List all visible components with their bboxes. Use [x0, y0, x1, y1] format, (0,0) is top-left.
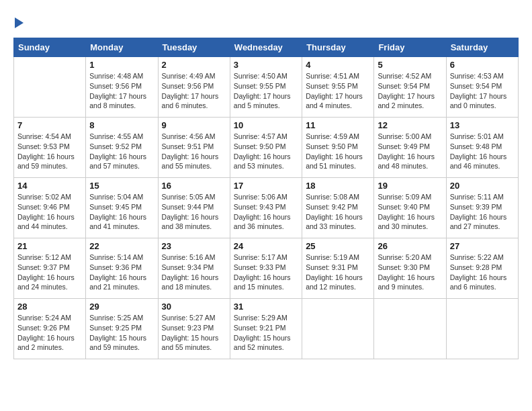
- calendar-cell: 11Sunrise: 4:59 AM Sunset: 9:50 PM Dayli…: [302, 118, 374, 178]
- calendar-cell: [302, 299, 374, 359]
- day-number: 20: [450, 181, 515, 191]
- day-number: 3: [234, 60, 298, 70]
- day-info: Sunrise: 5:00 AM Sunset: 9:49 PM Dayligh…: [378, 132, 442, 171]
- logo: [13, 13, 24, 31]
- day-number: 2: [162, 60, 226, 70]
- day-info: Sunrise: 4:51 AM Sunset: 9:55 PM Dayligh…: [306, 71, 370, 111]
- calendar-cell: [374, 299, 446, 359]
- calendar-cell: 1Sunrise: 4:48 AM Sunset: 9:56 PM Daylig…: [86, 57, 158, 118]
- calendar-cell: 28Sunrise: 5:24 AM Sunset: 9:26 PM Dayli…: [14, 299, 86, 359]
- calendar-cell: 14Sunrise: 5:02 AM Sunset: 9:46 PM Dayli…: [14, 178, 86, 238]
- weekday-header-saturday: Saturday: [446, 38, 518, 57]
- calendar-cell: 5Sunrise: 4:52 AM Sunset: 9:54 PM Daylig…: [374, 57, 446, 118]
- week-row-3: 14Sunrise: 5:02 AM Sunset: 9:46 PM Dayli…: [14, 178, 519, 238]
- day-info: Sunrise: 5:20 AM Sunset: 9:30 PM Dayligh…: [378, 253, 442, 292]
- calendar-cell: 30Sunrise: 5:27 AM Sunset: 9:23 PM Dayli…: [158, 299, 230, 359]
- day-number: 1: [89, 60, 154, 70]
- day-number: 12: [378, 120, 442, 130]
- day-number: 28: [17, 302, 82, 312]
- day-info: Sunrise: 4:59 AM Sunset: 9:50 PM Dayligh…: [306, 132, 370, 171]
- calendar-cell: 17Sunrise: 5:06 AM Sunset: 9:43 PM Dayli…: [230, 178, 302, 238]
- day-number: 19: [378, 181, 442, 191]
- day-info: Sunrise: 5:12 AM Sunset: 9:37 PM Dayligh…: [17, 253, 82, 292]
- calendar-cell: 23Sunrise: 5:16 AM Sunset: 9:34 PM Dayli…: [158, 238, 230, 299]
- calendar-cell: 21Sunrise: 5:12 AM Sunset: 9:37 PM Dayli…: [14, 238, 86, 299]
- day-info: Sunrise: 4:56 AM Sunset: 9:51 PM Dayligh…: [162, 132, 226, 171]
- calendar-cell: 16Sunrise: 5:05 AM Sunset: 9:44 PM Dayli…: [158, 178, 230, 238]
- calendar-cell: 26Sunrise: 5:20 AM Sunset: 9:30 PM Dayli…: [374, 238, 446, 299]
- day-info: Sunrise: 4:49 AM Sunset: 9:56 PM Dayligh…: [162, 71, 226, 111]
- calendar-cell: 29Sunrise: 5:25 AM Sunset: 9:25 PM Dayli…: [86, 299, 158, 359]
- weekday-header-friday: Friday: [374, 38, 446, 57]
- calendar-cell: 18Sunrise: 5:08 AM Sunset: 9:42 PM Dayli…: [302, 178, 374, 238]
- logo-general: [13, 13, 24, 31]
- calendar-cell: 6Sunrise: 4:53 AM Sunset: 9:54 PM Daylig…: [446, 57, 518, 118]
- calendar-cell: 10Sunrise: 4:57 AM Sunset: 9:50 PM Dayli…: [230, 118, 302, 178]
- day-number: 26: [378, 241, 442, 251]
- calendar-cell: 3Sunrise: 4:50 AM Sunset: 9:55 PM Daylig…: [230, 57, 302, 118]
- day-number: 27: [450, 241, 515, 251]
- day-info: Sunrise: 5:01 AM Sunset: 9:48 PM Dayligh…: [450, 132, 515, 171]
- day-info: Sunrise: 5:05 AM Sunset: 9:44 PM Dayligh…: [162, 192, 226, 232]
- day-info: Sunrise: 5:09 AM Sunset: 9:40 PM Dayligh…: [378, 192, 442, 232]
- day-number: 10: [234, 120, 298, 130]
- day-number: 9: [162, 120, 226, 130]
- day-number: 11: [306, 120, 370, 130]
- day-number: 24: [234, 241, 298, 251]
- day-info: Sunrise: 5:06 AM Sunset: 9:43 PM Dayligh…: [234, 192, 298, 232]
- day-number: 17: [234, 181, 298, 191]
- day-info: Sunrise: 4:54 AM Sunset: 9:53 PM Dayligh…: [17, 132, 82, 171]
- calendar-cell: 27Sunrise: 5:22 AM Sunset: 9:28 PM Dayli…: [446, 238, 518, 299]
- calendar-cell: 15Sunrise: 5:04 AM Sunset: 9:45 PM Dayli…: [86, 178, 158, 238]
- weekday-header-sunday: Sunday: [14, 38, 86, 57]
- week-row-2: 7Sunrise: 4:54 AM Sunset: 9:53 PM Daylig…: [14, 118, 519, 178]
- weekday-header-monday: Monday: [86, 38, 158, 57]
- day-info: Sunrise: 5:24 AM Sunset: 9:26 PM Dayligh…: [17, 313, 82, 353]
- day-number: 22: [89, 241, 154, 251]
- day-number: 13: [450, 120, 515, 130]
- day-info: Sunrise: 5:16 AM Sunset: 9:34 PM Dayligh…: [162, 253, 226, 292]
- day-number: 30: [162, 302, 226, 312]
- day-number: 31: [234, 302, 298, 312]
- day-number: 6: [450, 60, 515, 70]
- calendar-cell: 19Sunrise: 5:09 AM Sunset: 9:40 PM Dayli…: [374, 178, 446, 238]
- day-number: 25: [306, 241, 370, 251]
- weekday-header-wednesday: Wednesday: [230, 38, 302, 57]
- day-info: Sunrise: 4:55 AM Sunset: 9:52 PM Dayligh…: [89, 132, 154, 171]
- calendar-cell: 9Sunrise: 4:56 AM Sunset: 9:51 PM Daylig…: [158, 118, 230, 178]
- day-info: Sunrise: 4:53 AM Sunset: 9:54 PM Dayligh…: [450, 71, 515, 111]
- calendar-cell: 13Sunrise: 5:01 AM Sunset: 9:48 PM Dayli…: [446, 118, 518, 178]
- day-info: Sunrise: 5:08 AM Sunset: 9:42 PM Dayligh…: [306, 192, 370, 232]
- day-info: Sunrise: 5:27 AM Sunset: 9:23 PM Dayligh…: [162, 313, 226, 353]
- day-number: 5: [378, 60, 442, 70]
- day-info: Sunrise: 5:11 AM Sunset: 9:39 PM Dayligh…: [450, 192, 515, 232]
- calendar-cell: 12Sunrise: 5:00 AM Sunset: 9:49 PM Dayli…: [374, 118, 446, 178]
- calendar-cell: [14, 57, 86, 118]
- weekday-header-row: SundayMondayTuesdayWednesdayThursdayFrid…: [14, 38, 519, 57]
- calendar-cell: 24Sunrise: 5:17 AM Sunset: 9:33 PM Dayli…: [230, 238, 302, 299]
- page-header: [13, 13, 519, 31]
- calendar-cell: [446, 299, 518, 359]
- day-number: 21: [17, 241, 82, 251]
- day-number: 23: [162, 241, 226, 251]
- day-info: Sunrise: 4:57 AM Sunset: 9:50 PM Dayligh…: [234, 132, 298, 171]
- calendar-cell: 7Sunrise: 4:54 AM Sunset: 9:53 PM Daylig…: [14, 118, 86, 178]
- day-info: Sunrise: 4:52 AM Sunset: 9:54 PM Dayligh…: [378, 71, 442, 111]
- day-number: 4: [306, 60, 370, 70]
- day-info: Sunrise: 5:14 AM Sunset: 9:36 PM Dayligh…: [89, 253, 154, 292]
- day-info: Sunrise: 5:22 AM Sunset: 9:28 PM Dayligh…: [450, 253, 515, 292]
- week-row-5: 28Sunrise: 5:24 AM Sunset: 9:26 PM Dayli…: [14, 299, 519, 359]
- day-number: 7: [17, 120, 82, 130]
- day-number: 18: [306, 181, 370, 191]
- day-info: Sunrise: 5:29 AM Sunset: 9:21 PM Dayligh…: [234, 313, 298, 353]
- calendar-table: SundayMondayTuesdayWednesdayThursdayFrid…: [13, 38, 519, 359]
- weekday-header-thursday: Thursday: [302, 38, 374, 57]
- day-info: Sunrise: 5:19 AM Sunset: 9:31 PM Dayligh…: [306, 253, 370, 292]
- day-number: 15: [89, 181, 154, 191]
- day-info: Sunrise: 4:50 AM Sunset: 9:55 PM Dayligh…: [234, 71, 298, 111]
- day-info: Sunrise: 5:04 AM Sunset: 9:45 PM Dayligh…: [89, 192, 154, 232]
- day-number: 29: [89, 302, 154, 312]
- weekday-header-tuesday: Tuesday: [158, 38, 230, 57]
- calendar-cell: 22Sunrise: 5:14 AM Sunset: 9:36 PM Dayli…: [86, 238, 158, 299]
- calendar-cell: 31Sunrise: 5:29 AM Sunset: 9:21 PM Dayli…: [230, 299, 302, 359]
